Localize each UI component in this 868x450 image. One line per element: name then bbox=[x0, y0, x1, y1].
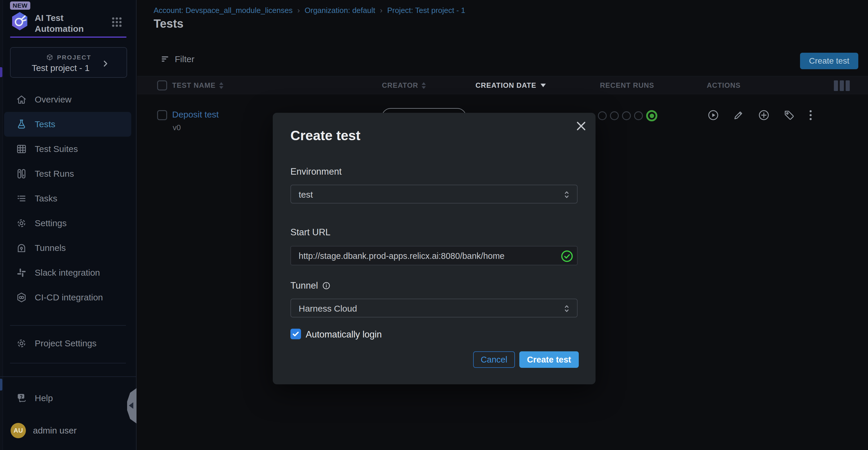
gear-icon bbox=[16, 338, 27, 349]
sidebar-nav: Overview Tests Test Suites bbox=[4, 87, 131, 310]
green-check-circle-icon bbox=[560, 250, 574, 263]
project-label: PROJECT bbox=[57, 54, 92, 61]
sidebar-item-label: Test Runs bbox=[35, 169, 74, 179]
auto-login-checkbox[interactable] bbox=[290, 329, 301, 339]
sidebar-item-test-runs[interactable]: Test Runs bbox=[4, 161, 131, 186]
grid-table-icon bbox=[16, 143, 27, 154]
close-icon[interactable] bbox=[575, 120, 587, 132]
environment-value: test bbox=[299, 190, 313, 200]
run-dot-empty[interactable] bbox=[598, 111, 607, 120]
breadcrumb-organization[interactable]: Organization: default bbox=[305, 6, 375, 15]
sidebar-item-help[interactable]: Help bbox=[4, 386, 131, 411]
sidebar-item-label: Settings bbox=[35, 218, 66, 228]
kebab-menu-icon[interactable] bbox=[809, 109, 813, 121]
sidebar-item-overview[interactable]: Overview bbox=[4, 87, 131, 112]
sidebar-item-label: Help bbox=[35, 393, 53, 403]
cube-icon bbox=[46, 54, 54, 61]
new-badge: NEW bbox=[10, 1, 30, 10]
test-name-link[interactable]: Deposit test bbox=[172, 110, 219, 119]
sidebar-divider bbox=[10, 325, 126, 326]
modal-title: Create test bbox=[290, 128, 361, 143]
table-header: TEST NAME CREATOR CREATION DATE RECENT R… bbox=[137, 76, 868, 94]
sidebar-item-settings[interactable]: Settings bbox=[4, 211, 131, 235]
row-actions bbox=[707, 109, 813, 121]
sidebar-item-tests[interactable]: Tests bbox=[4, 112, 131, 137]
run-dot-empty[interactable] bbox=[622, 111, 631, 120]
column-creation-date[interactable]: CREATION DATE bbox=[475, 76, 546, 94]
sidebar-item-tunnels[interactable]: Tunnels bbox=[4, 235, 131, 260]
modal-create-test-button[interactable]: Create test bbox=[519, 351, 579, 368]
tunnel-value: Harness Cloud bbox=[299, 304, 357, 314]
page-title: Tests bbox=[154, 17, 184, 30]
rail-accent-blue bbox=[0, 379, 2, 391]
sidebar-item-tasks[interactable]: Tasks bbox=[4, 186, 131, 211]
environment-select[interactable]: test bbox=[290, 185, 578, 203]
column-creator[interactable]: CREATOR bbox=[382, 76, 426, 94]
cancel-button[interactable]: Cancel bbox=[473, 351, 515, 368]
edit-pencil-icon[interactable] bbox=[733, 109, 744, 121]
breadcrumb: Account: Devspace_all_module_licenses › … bbox=[154, 6, 465, 15]
user-name: admin user bbox=[33, 426, 76, 435]
sidebar-item-label: Overview bbox=[35, 94, 71, 105]
user-menu[interactable]: AU admin user bbox=[10, 423, 76, 438]
sidebar-item-label: Tunnels bbox=[35, 243, 66, 253]
run-dot-passed[interactable] bbox=[646, 110, 657, 121]
add-plus-icon[interactable] bbox=[758, 109, 770, 121]
run-dot-empty[interactable] bbox=[610, 111, 619, 120]
slack-icon bbox=[16, 267, 27, 278]
sidebar-item-cicd-integration[interactable]: CI-CD integration bbox=[4, 285, 131, 310]
select-all-checkbox[interactable] bbox=[157, 80, 167, 90]
sidebar-item-label: CI-CD integration bbox=[35, 292, 103, 303]
sidebar-item-label: Slack integration bbox=[35, 268, 100, 278]
environment-label: Environment bbox=[290, 166, 342, 177]
sidebar-item-label: Test Suites bbox=[35, 144, 78, 154]
breadcrumb-separator: › bbox=[298, 6, 300, 15]
sort-icons bbox=[219, 82, 223, 89]
row-checkbox[interactable] bbox=[157, 110, 167, 120]
app-root: NEW AI Test Automation bbox=[0, 0, 868, 450]
app-switcher-grid-icon[interactable] bbox=[111, 16, 123, 28]
breadcrumb-project[interactable]: Project: Test project - 1 bbox=[387, 6, 465, 15]
breadcrumb-account[interactable]: Account: Devspace_all_module_licenses bbox=[154, 6, 293, 15]
breadcrumb-separator: › bbox=[380, 6, 382, 15]
start-url-input[interactable]: http://stage.dbank.prod-apps.relicx.ai:8… bbox=[290, 246, 578, 265]
filter-button[interactable]: Filter bbox=[161, 54, 194, 64]
run-dot-empty[interactable] bbox=[634, 111, 643, 120]
sidebar-bottom-rule bbox=[0, 376, 136, 377]
tag-icon[interactable] bbox=[783, 109, 795, 121]
column-settings-icon[interactable] bbox=[834, 80, 850, 91]
play-icon[interactable] bbox=[707, 109, 719, 121]
column-test-name[interactable]: TEST NAME bbox=[172, 76, 223, 94]
tunnel-icon bbox=[16, 243, 27, 254]
sort-desc-icon bbox=[540, 84, 546, 87]
auto-login-label: Automatically login bbox=[306, 329, 382, 340]
tunnel-select[interactable]: Harness Cloud bbox=[290, 299, 578, 317]
chevron-right-icon bbox=[101, 59, 110, 68]
task-list-icon bbox=[16, 193, 27, 204]
sidebar-item-label: Project Settings bbox=[35, 338, 96, 348]
recent-runs bbox=[598, 110, 657, 121]
collapse-left-icon bbox=[129, 402, 133, 409]
sort-icons bbox=[422, 82, 426, 89]
sidebar-item-slack-integration[interactable]: Slack integration bbox=[4, 260, 131, 285]
flask-icon bbox=[16, 119, 27, 130]
filter-icon bbox=[161, 55, 170, 64]
sidebar-item-label: Tasks bbox=[35, 194, 57, 203]
cicd-link-icon bbox=[16, 292, 27, 303]
create-test-button[interactable]: Create test bbox=[800, 53, 858, 69]
sidebar-divider bbox=[10, 363, 126, 363]
sidebar-item-project-settings[interactable]: Project Settings bbox=[4, 331, 131, 356]
tunnel-label: Tunnel bbox=[290, 280, 331, 291]
help-chat-icon bbox=[16, 393, 27, 404]
filter-label: Filter bbox=[175, 54, 194, 64]
sidebar-item-test-suites[interactable]: Test Suites bbox=[4, 137, 131, 161]
module-rail bbox=[0, 0, 3, 450]
rail-accent-purple bbox=[0, 67, 2, 77]
select-chevrons-icon bbox=[562, 304, 571, 314]
app-title: AI Test Automation bbox=[35, 12, 105, 34]
avatar: AU bbox=[10, 423, 26, 438]
sidebar: NEW AI Test Automation bbox=[0, 0, 136, 450]
info-icon[interactable] bbox=[322, 282, 331, 290]
project-selector[interactable]: PROJECT Test project - 1 bbox=[10, 47, 127, 78]
create-test-modal: Create test Environment test Start URL h… bbox=[273, 113, 595, 384]
